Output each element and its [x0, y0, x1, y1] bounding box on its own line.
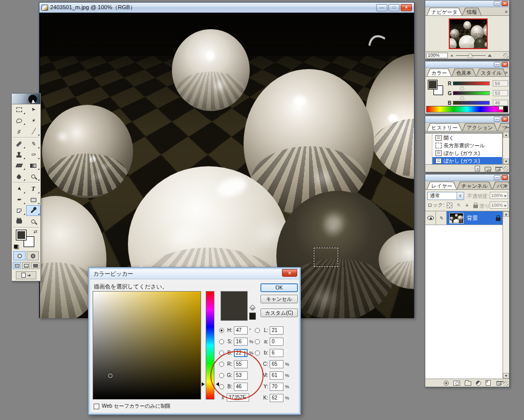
scroll-up-icon[interactable]: ▲	[503, 132, 509, 138]
tool-blur[interactable]	[12, 171, 26, 182]
tool-rectangular-marquee[interactable]	[12, 104, 26, 115]
panel-close-button[interactable]: ✕	[501, 175, 508, 180]
panel-minimize-button[interactable]: —	[494, 1, 500, 6]
a-radio[interactable]	[255, 339, 260, 344]
color-marker-ring[interactable]	[108, 373, 113, 378]
history-source-column[interactable]	[425, 142, 432, 149]
panel-resize-grip[interactable]	[503, 53, 509, 58]
panel-menu-chevron[interactable]: »	[505, 183, 508, 188]
b-radio[interactable]	[219, 384, 224, 389]
custom-button[interactable]: カスタム(C)	[260, 308, 298, 317]
r-radio[interactable]	[219, 362, 224, 367]
green-value-field[interactable]: 53	[493, 90, 508, 96]
history-step-open[interactable]: 開く	[425, 134, 502, 142]
green-slider[interactable]	[453, 91, 490, 95]
history-step-blur-selected[interactable]: ぼかし (ガウス)	[425, 157, 502, 164]
color-spectrum-ramp[interactable]	[426, 106, 508, 113]
navigator-thumbnail[interactable]	[449, 18, 488, 49]
layer-row-background[interactable]: ✎ 背景	[425, 211, 503, 225]
panel-minimize-button[interactable]: —	[494, 62, 500, 67]
tool-lasso[interactable]	[12, 115, 26, 126]
red-value-field[interactable]: 54	[493, 80, 508, 86]
tool-shape[interactable]	[26, 194, 40, 205]
layer-visibility-cell[interactable]	[425, 211, 436, 225]
minimize-button[interactable]: —	[376, 4, 387, 11]
lab-b-field[interactable]: 6	[270, 349, 283, 357]
k-field[interactable]: 62	[270, 394, 283, 402]
history-source-column[interactable]	[425, 157, 432, 164]
opacity-field[interactable]: 100%▸	[490, 192, 508, 199]
saturation-brightness-field[interactable]	[93, 291, 201, 400]
tool-eraser[interactable]	[12, 160, 26, 171]
layers-panel-titlebar[interactable]: — ✕	[425, 174, 509, 181]
brightness-field[interactable]: 22	[234, 349, 248, 357]
fill-field[interactable]: 100%▸	[490, 202, 508, 209]
blue-value-field[interactable]: 46	[493, 100, 508, 106]
g-field[interactable]: 53	[234, 371, 248, 380]
web-safe-checkbox-row[interactable]: Web セーフカラーのみに制限	[94, 403, 171, 410]
lab-b-radio[interactable]	[255, 350, 260, 356]
history-panel-titlebar[interactable]: — ✕	[425, 116, 509, 123]
selection-marquee[interactable]	[461, 222, 462, 222]
l-radio[interactable]	[255, 328, 260, 333]
scroll-down-icon[interactable]: ▼	[503, 159, 509, 164]
s-field[interactable]: 16	[234, 338, 248, 346]
new-document-from-state-icon[interactable]	[475, 166, 480, 171]
tab-swatches[interactable]: 色見本	[451, 69, 476, 76]
panel-menu-chevron[interactable]: »	[505, 70, 508, 75]
panel-menu-chevron[interactable]: »	[505, 124, 508, 130]
foreground-color-swatch[interactable]	[428, 80, 438, 90]
maximize-button[interactable]: □	[388, 4, 400, 11]
selection-marquee[interactable]	[478, 43, 481, 46]
c-field[interactable]: 65	[270, 360, 283, 368]
h-field[interactable]: 47	[234, 326, 248, 335]
zoom-out-icon[interactable]	[450, 54, 453, 56]
zoom-in-icon[interactable]	[488, 54, 492, 57]
panel-resize-grip[interactable]	[503, 166, 509, 171]
r-field[interactable]: 55	[234, 360, 248, 368]
brightness-radio[interactable]	[219, 350, 224, 356]
tool-magic-wand[interactable]: ✶	[26, 115, 40, 126]
color-panel-titlebar[interactable]: — ✕	[425, 61, 509, 68]
selection-marquee[interactable]	[314, 248, 338, 267]
hue-slider-arrow-left[interactable]	[202, 382, 205, 386]
dialog-close-button[interactable]: ✕	[282, 269, 297, 277]
scroll-down-icon[interactable]: ▼	[503, 373, 509, 379]
tool-crop[interactable]: ♯	[12, 126, 26, 137]
g-radio[interactable]	[219, 373, 224, 378]
web-safe-checkbox[interactable]	[94, 404, 99, 409]
tab-history[interactable]: ヒストリー	[427, 123, 462, 131]
s-radio[interactable]	[219, 339, 224, 344]
tool-path-selection[interactable]: ➤	[12, 184, 26, 194]
tool-type[interactable]: T	[26, 184, 40, 194]
tab-color[interactable]: カラー	[427, 69, 451, 76]
navigator-panel-titlebar[interactable]: — ✕	[425, 1, 509, 7]
tool-clone-stamp[interactable]	[12, 149, 26, 160]
red-slider[interactable]	[453, 81, 490, 85]
cancel-button[interactable]: キャンセル	[260, 295, 298, 303]
add-layer-mask-icon[interactable]	[453, 381, 460, 386]
panel-close-button[interactable]: ✕	[501, 117, 508, 122]
lock-all-button[interactable]	[472, 202, 479, 209]
hex-field[interactable]: 37352E	[227, 393, 249, 402]
scroll-up-icon[interactable]: ▲	[503, 211, 509, 217]
blend-mode-select[interactable]: 通常∨	[427, 192, 464, 200]
blue-slider[interactable]	[453, 101, 490, 105]
tab-info[interactable]: 情報	[462, 8, 482, 15]
y-field[interactable]: 70	[270, 383, 283, 391]
swap-colors-icon[interactable]: ⇄	[33, 229, 37, 234]
history-step-blur[interactable]: ぼかし (ガウス)	[425, 149, 502, 157]
lock-pixels-button[interactable]: ✎	[454, 202, 462, 209]
layers-scrollbar[interactable]: ▲ ▼	[503, 211, 509, 379]
spinner-arrow-icon[interactable]: ▸	[505, 203, 507, 208]
tab-actions[interactable]: アクション	[462, 123, 497, 131]
fullscreen-button[interactable]	[31, 262, 39, 269]
black-swatch[interactable]	[503, 106, 508, 112]
history-source-column[interactable]	[425, 149, 432, 157]
history-step-marquee[interactable]: 長方形選択ツール	[425, 142, 502, 149]
layer-active-cell[interactable]: ✎	[436, 211, 447, 225]
add-layer-style-icon[interactable]	[444, 381, 449, 386]
new-adjustment-layer-icon[interactable]	[476, 381, 481, 386]
tool-healing-brush[interactable]	[12, 139, 26, 149]
tab-layers[interactable]: レイヤー	[427, 182, 457, 189]
